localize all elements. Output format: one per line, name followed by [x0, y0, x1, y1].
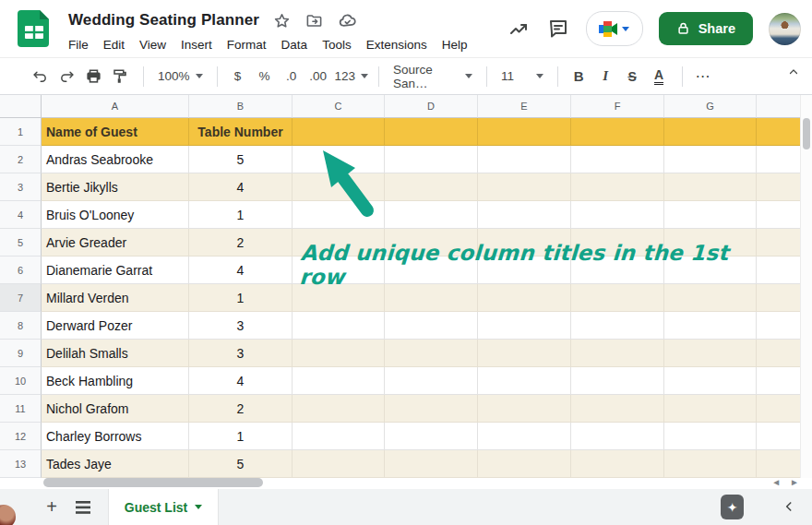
cell-empty[interactable] [478, 395, 571, 423]
cell-empty[interactable] [293, 284, 385, 312]
cell-table-number[interactable]: 2 [189, 395, 293, 423]
cell-empty[interactable] [664, 423, 757, 450]
cell-empty[interactable] [757, 450, 800, 478]
row-number[interactable]: 9 [0, 340, 42, 367]
cell-h1[interactable] [757, 118, 800, 146]
cell-guest-name[interactable]: Millard Verden [42, 284, 189, 312]
cell-empty[interactable] [385, 367, 478, 395]
cell-empty[interactable] [571, 395, 664, 423]
cell-guest-name[interactable]: Beck Hambling [42, 367, 189, 395]
cell-empty[interactable] [757, 173, 800, 201]
cell-empty[interactable] [571, 312, 664, 340]
column-header-b[interactable]: B [189, 95, 293, 118]
cell-table-number[interactable]: 5 [189, 146, 293, 173]
cell-guest-name[interactable]: Andras Seabrooke [42, 146, 189, 173]
cell-table-number[interactable]: 3 [189, 340, 293, 367]
cell-c1[interactable] [293, 118, 385, 146]
cell-empty[interactable] [664, 257, 757, 284]
menu-edit[interactable]: Edit [96, 36, 132, 54]
add-sheet-button[interactable]: + [38, 494, 66, 521]
cell-empty[interactable] [293, 340, 385, 367]
cell-empty[interactable] [571, 284, 664, 312]
cell-empty[interactable] [664, 340, 757, 367]
cell-empty[interactable] [571, 173, 664, 201]
cell-empty[interactable] [571, 257, 664, 284]
menu-format[interactable]: Format [220, 36, 274, 54]
cloud-saved-icon[interactable] [338, 11, 356, 30]
cell-empty[interactable] [664, 173, 757, 201]
cell-empty[interactable] [478, 201, 571, 229]
cell-empty[interactable] [571, 340, 664, 367]
text-color-button[interactable]: A [647, 65, 671, 89]
vertical-scrollbar[interactable] [800, 95, 812, 478]
select-all-corner[interactable] [0, 95, 42, 118]
cell-empty[interactable] [293, 367, 385, 395]
cell-guest-name[interactable]: Tades Jaye [42, 450, 189, 478]
cell-empty[interactable] [385, 340, 478, 367]
cell-table-number[interactable]: 5 [189, 450, 293, 478]
percent-format-button[interactable]: % [253, 65, 277, 89]
menu-insert[interactable]: Insert [173, 36, 220, 54]
column-header-h-partial[interactable] [757, 95, 800, 118]
cell-table-number[interactable]: 4 [189, 173, 293, 201]
cell-empty[interactable] [385, 257, 478, 284]
strikethrough-button[interactable]: S [620, 65, 644, 89]
cell-empty[interactable] [571, 423, 664, 450]
cell-empty[interactable] [664, 229, 757, 257]
cell-empty[interactable] [757, 201, 800, 229]
cell-table-number[interactable]: 2 [189, 229, 293, 257]
menu-view[interactable]: View [132, 36, 173, 54]
cell-empty[interactable] [293, 173, 385, 201]
menu-data[interactable]: Data [274, 36, 316, 54]
move-to-folder-icon[interactable] [305, 11, 324, 30]
row-number[interactable]: 7 [0, 284, 42, 312]
all-sheets-button[interactable] [69, 494, 97, 521]
share-button[interactable]: Share [659, 12, 753, 45]
column-header-a[interactable]: A [42, 95, 189, 118]
cell-d1[interactable] [385, 118, 478, 146]
row-number[interactable]: 8 [0, 312, 42, 340]
cell-g1[interactable] [664, 118, 757, 146]
avatar[interactable] [769, 13, 801, 45]
row-number[interactable]: 5 [0, 229, 42, 257]
cell-e1[interactable] [478, 118, 571, 146]
cell-empty[interactable] [757, 257, 800, 284]
cell-empty[interactable] [757, 340, 800, 367]
cell-empty[interactable] [293, 450, 385, 478]
explore-button[interactable]: ✦ [721, 495, 744, 519]
column-header-f[interactable]: F [571, 95, 664, 118]
cell-guest-name[interactable]: Dianemarie Garrat [42, 257, 189, 284]
undo-icon[interactable] [28, 65, 52, 89]
cell-empty[interactable] [478, 173, 571, 201]
cell-empty[interactable] [757, 284, 800, 312]
cell-empty[interactable] [571, 367, 664, 395]
column-header-g[interactable]: G [664, 95, 757, 118]
collapse-toolbar-button[interactable] [786, 65, 801, 81]
chevron-left-icon[interactable] [778, 495, 800, 518]
cell-empty[interactable] [664, 395, 757, 423]
menu-extensions[interactable]: Extensions [359, 36, 435, 54]
cell-empty[interactable] [385, 395, 478, 423]
cell-empty[interactable] [293, 312, 385, 340]
row-number[interactable]: 3 [0, 173, 42, 201]
vertical-scrollbar-thumb[interactable] [803, 118, 810, 149]
cell-table-number[interactable]: 1 [189, 201, 293, 229]
scroll-right-icon[interactable]: ► [790, 477, 799, 487]
cell-empty[interactable] [385, 312, 478, 340]
print-icon[interactable] [81, 65, 105, 89]
cell-guest-name[interactable]: Derward Pozer [42, 312, 189, 340]
cell-empty[interactable] [293, 201, 385, 229]
increase-decimal-button[interactable]: .00 [306, 65, 330, 89]
italic-button[interactable]: I [593, 65, 617, 89]
cell-empty[interactable] [571, 450, 664, 478]
cell-empty[interactable] [385, 229, 478, 257]
number-format-select[interactable]: 123 [333, 65, 371, 89]
cell-guest-name[interactable]: Arvie Greader [42, 229, 189, 257]
cell-empty[interactable] [757, 312, 800, 340]
cell-empty[interactable] [293, 423, 385, 450]
cell-empty[interactable] [385, 423, 478, 450]
menu-tools[interactable]: Tools [315, 36, 359, 54]
column-header-c[interactable]: C [293, 95, 385, 118]
cell-f1[interactable] [571, 118, 664, 146]
cell-guest-name[interactable]: Bruis O'Looney [42, 201, 189, 229]
